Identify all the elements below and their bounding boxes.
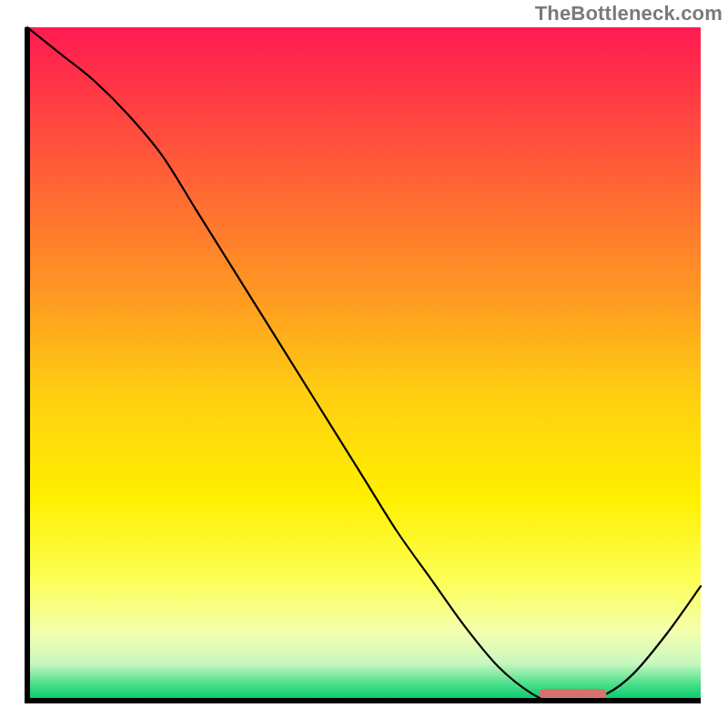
optimal-range-marker: [539, 689, 606, 699]
plot-background: [27, 27, 701, 701]
chart-container: TheBottleneck.com: [0, 0, 728, 728]
bottleneck-chart: [0, 0, 728, 728]
watermark-text: TheBottleneck.com: [535, 2, 723, 25]
